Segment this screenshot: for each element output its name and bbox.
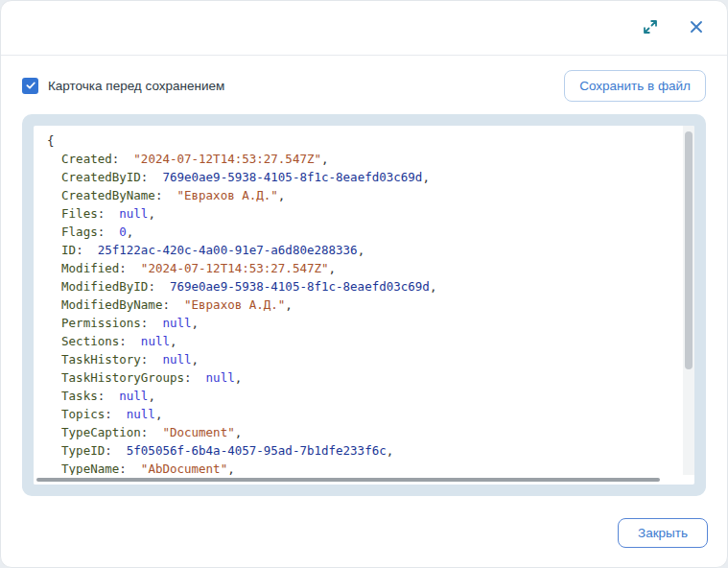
code-line: Sections: null, xyxy=(47,332,669,350)
code-surface: { Created: "2024-07-12T14:53:27.547Z", C… xyxy=(34,126,694,485)
save-to-file-button[interactable]: Сохранить в файл xyxy=(564,70,706,102)
expand-icon xyxy=(641,17,660,39)
code-line: Tasks: null, xyxy=(47,387,669,405)
close-dialog-button[interactable]: Закрыть xyxy=(618,518,708,548)
code-line: CreatedByID: 769e0ae9-5938-4105-8f1c-8ea… xyxy=(47,168,669,186)
close-icon xyxy=(689,19,704,37)
code-line: CreatedByName: "Еврахов А.Д.", xyxy=(47,186,669,204)
code-line: TypeID: 5f05056f-6b4a-4057-95ad-7b1dfe23… xyxy=(47,441,669,460)
code-line: Created: "2024-07-12T14:53:27.547Z", xyxy=(47,150,669,168)
vertical-scrollbar[interactable] xyxy=(683,126,694,475)
horizontal-scrollbar-thumb[interactable] xyxy=(36,478,660,482)
code-line: Modified: "2024-07-12T14:53:27.547Z", xyxy=(47,259,669,277)
dialog-header xyxy=(1,1,727,56)
code-line: Permissions: null, xyxy=(47,314,669,332)
code-line: ModifiedByID: 769e0ae9-5938-4105-8f1c-8e… xyxy=(47,277,669,296)
code-line: TaskHistoryGroups: null, xyxy=(47,368,669,387)
expand-button[interactable] xyxy=(640,17,661,38)
code-line: ModifiedByName: "Еврахов А.Д.", xyxy=(47,296,669,314)
toolbar: Карточка перед сохранением Сохранить в ф… xyxy=(1,56,727,102)
code-line: TypeCaption: "Document", xyxy=(47,423,669,441)
dialog-card-preview: Карточка перед сохранением Сохранить в ф… xyxy=(0,0,728,568)
dialog-footer: Закрыть xyxy=(618,518,727,567)
code-line: TaskHistory: null, xyxy=(47,350,669,368)
code-line: ID: 25f122ac-420c-4a00-91e7-a6d80e288336… xyxy=(47,241,669,259)
json-code: { Created: "2024-07-12T14:53:27.547Z", C… xyxy=(34,126,694,482)
horizontal-scrollbar[interactable] xyxy=(34,475,683,485)
code-panel: { Created: "2024-07-12T14:53:27.547Z", C… xyxy=(22,114,706,496)
card-before-save-checkbox-group[interactable]: Карточка перед сохранением xyxy=(22,78,224,94)
code-line: Topics: null, xyxy=(47,405,669,423)
code-line: Files: null, xyxy=(47,204,669,223)
checkbox-label: Карточка перед сохранением xyxy=(48,79,224,93)
checkbox-checked[interactable] xyxy=(22,78,38,94)
vertical-scrollbar-thumb[interactable] xyxy=(685,131,693,369)
close-button[interactable] xyxy=(686,17,707,38)
checkmark-icon xyxy=(25,78,36,95)
code-line: Flags: 0, xyxy=(47,223,669,241)
code-line: { xyxy=(47,131,669,150)
